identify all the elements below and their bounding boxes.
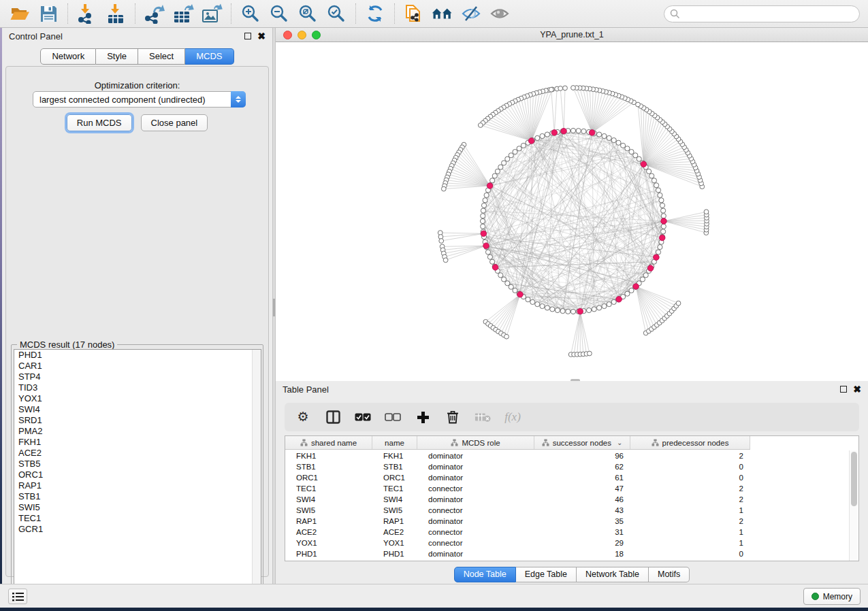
- cell-successor-nodes: 62: [534, 463, 630, 471]
- tab-style[interactable]: Style: [96, 48, 138, 65]
- export-network-icon[interactable]: [144, 3, 165, 24]
- column-header-name[interactable]: name: [372, 436, 417, 449]
- close-panel-icon[interactable]: ✖: [257, 33, 266, 39]
- close-panel-icon[interactable]: ✖: [853, 386, 861, 393]
- mcds-result-item[interactable]: ACE2: [14, 448, 261, 459]
- deselect-all-icon[interactable]: [385, 409, 401, 425]
- table-row[interactable]: SWI5SWI5connector431: [285, 505, 858, 516]
- toolbar-separator: [355, 3, 356, 24]
- table-row[interactable]: SWI4SWI4dominator462: [285, 494, 858, 505]
- export-table-icon[interactable]: [172, 3, 194, 24]
- mcds-result-item[interactable]: SWI5: [14, 502, 261, 513]
- network-canvas[interactable]: [276, 42, 868, 381]
- table-row[interactable]: TEC1TEC1connector472: [285, 483, 858, 494]
- table-scrollbar-thumb[interactable]: [851, 452, 857, 506]
- run-mcds-button[interactable]: Run MCDS: [67, 114, 132, 131]
- search-input[interactable]: [684, 7, 859, 21]
- table-panel: Table Panel ✖ ⚙: [276, 381, 868, 584]
- float-panel-icon[interactable]: [840, 386, 847, 393]
- import-network-icon[interactable]: [76, 3, 98, 24]
- delete-column-trash-icon[interactable]: [445, 409, 461, 425]
- hide-panel-eye-icon[interactable]: [460, 3, 482, 24]
- table-settings-gear-icon[interactable]: ⚙: [295, 409, 311, 425]
- table-row[interactable]: ACE2ACE2connector311: [285, 527, 858, 538]
- divider-grip[interactable]: [273, 299, 275, 316]
- cell-shared-name: ORC1: [285, 474, 372, 482]
- list-scrollbar[interactable]: [252, 350, 261, 591]
- column-header-successor-nodes[interactable]: successor nodes⌄: [534, 436, 630, 449]
- import-table-icon[interactable]: [105, 3, 127, 24]
- mcds-result-item[interactable]: SWI4: [14, 404, 261, 415]
- mcds-result-item[interactable]: GCR1: [14, 524, 261, 535]
- mcds-result-list[interactable]: PHD1CAR1STP4TID3YOX1SWI4SRD1PMA2FKH1ACE2…: [14, 349, 261, 592]
- tab-node-table[interactable]: Node Table: [454, 567, 516, 582]
- criterion-dropdown[interactable]: largest connected component (undirected): [33, 91, 246, 108]
- cell-shared-name: SWI5: [285, 506, 372, 514]
- zoom-selected-icon[interactable]: [325, 3, 347, 24]
- mcds-result-item[interactable]: RAP1: [14, 480, 261, 491]
- mcds-result-title: MCDS result (17 nodes): [17, 340, 117, 350]
- apply-layout-icon[interactable]: [364, 3, 386, 24]
- table-row[interactable]: RAP1RAP1dominator352: [285, 516, 858, 527]
- mcds-result-item[interactable]: CAR1: [14, 361, 261, 371]
- export-image-icon[interactable]: [201, 3, 223, 24]
- memory-button[interactable]: Memory: [803, 588, 861, 605]
- clone-network-icon[interactable]: [403, 3, 425, 24]
- cell-shared-name: TEC1: [285, 484, 372, 493]
- tab-select[interactable]: Select: [138, 48, 185, 65]
- mcds-result-item[interactable]: STP4: [14, 371, 261, 382]
- cell-predecessor-nodes: 1: [630, 539, 750, 547]
- control-panel: Control Panel ✖ NetworkStyleSelectMCDS O…: [2, 28, 272, 584]
- float-panel-icon[interactable]: [244, 33, 251, 39]
- table-row[interactable]: PHD1PHD1dominator180: [285, 548, 858, 559]
- tab-motifs[interactable]: Motifs: [649, 567, 690, 582]
- cell-predecessor-nodes: 2: [630, 517, 750, 525]
- save-session-icon[interactable]: [37, 3, 59, 24]
- mcds-result-item[interactable]: TEC1: [14, 513, 261, 524]
- task-history-button[interactable]: [8, 589, 27, 604]
- table-row[interactable]: ORC1ORC1dominator610: [285, 472, 858, 483]
- mcds-result-item[interactable]: FKH1: [14, 437, 261, 448]
- delete-table-icon[interactable]: [475, 409, 491, 425]
- table-row[interactable]: STB1STB1dominator620: [285, 461, 858, 472]
- open-session-icon[interactable]: [9, 3, 31, 24]
- zoom-in-icon[interactable]: [240, 3, 261, 24]
- column-header-shared-name[interactable]: shared name: [285, 436, 372, 449]
- cell-predecessor-nodes: 2: [630, 495, 750, 503]
- column-header-predecessor-nodes[interactable]: predecessor nodes: [630, 436, 750, 449]
- mcds-result-item[interactable]: TID3: [14, 382, 261, 393]
- mcds-result-item[interactable]: ORC1: [14, 469, 261, 480]
- cell-predecessor-nodes: 1: [630, 506, 750, 514]
- mcds-result-item[interactable]: PMA2: [14, 426, 261, 437]
- cell-shared-name: ACE2: [285, 528, 372, 536]
- task-list-icon: [12, 592, 24, 601]
- mcds-result-item[interactable]: STB5: [14, 459, 261, 469]
- tab-edge-table[interactable]: Edge Table: [516, 567, 577, 582]
- memory-label: Memory: [823, 592, 852, 601]
- tab-network[interactable]: Network: [40, 48, 96, 65]
- table-tabbar: Node TableEdge TableNetwork TableMotifs: [276, 567, 868, 582]
- mcds-result-item[interactable]: YOX1: [14, 393, 261, 404]
- main-toolbar: [0, 0, 868, 28]
- cybrowser-icon[interactable]: [432, 3, 453, 24]
- zoom-fit-icon[interactable]: [297, 3, 319, 24]
- zoom-out-icon[interactable]: [268, 3, 290, 24]
- show-eye-icon[interactable]: [489, 3, 511, 24]
- table-row[interactable]: YOX1YOX1connector291: [285, 538, 858, 548]
- table-panel-title: Table Panel: [283, 384, 329, 395]
- mcds-result-item[interactable]: STB1: [14, 491, 261, 502]
- add-column-icon[interactable]: [415, 409, 431, 425]
- cell-mcds-role: connector: [417, 528, 534, 536]
- table-scrollbar[interactable]: [849, 450, 858, 561]
- table-row[interactable]: FKH1FKH1dominator962: [285, 450, 858, 461]
- tab-network-table[interactable]: Network Table: [577, 567, 649, 582]
- tab-mcds[interactable]: MCDS: [185, 48, 234, 65]
- select-all-icon[interactable]: [355, 409, 371, 425]
- close-panel-button[interactable]: Close panel: [141, 114, 208, 131]
- mcds-result-item[interactable]: PHD1: [14, 350, 261, 361]
- function-builder-icon[interactable]: f(x): [504, 409, 521, 425]
- show-columns-icon[interactable]: [325, 409, 341, 425]
- mcds-result-item[interactable]: SRD1: [14, 415, 261, 426]
- column-header-mcds-role[interactable]: MCDS role: [417, 436, 534, 449]
- cell-mcds-role: dominator: [417, 517, 534, 525]
